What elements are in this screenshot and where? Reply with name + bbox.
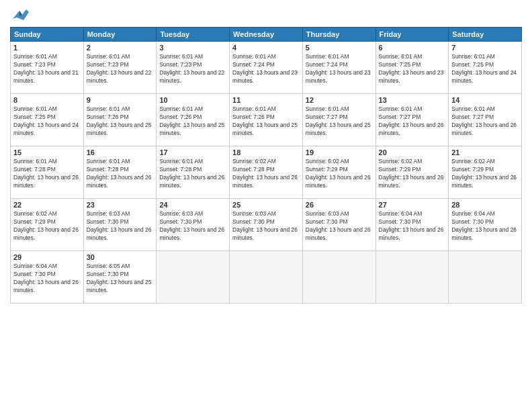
day-number: 26	[306, 201, 373, 209]
day-cell: 14Sunrise: 6:01 AMSunset: 7:27 PMDayligh…	[449, 94, 522, 146]
day-info: Sunrise: 6:01 AMSunset: 7:24 PMDaylight:…	[232, 53, 300, 85]
day-info: Sunrise: 6:04 AMSunset: 7:30 PMDaylight:…	[13, 263, 81, 295]
day-info: Sunrise: 6:02 AMSunset: 7:28 PMDaylight:…	[232, 158, 300, 190]
week-row-4: 22Sunrise: 6:02 AMSunset: 7:29 PMDayligh…	[11, 199, 522, 251]
day-cell	[157, 251, 230, 304]
day-number: 15	[13, 148, 81, 156]
day-info: Sunrise: 6:04 AMSunset: 7:30 PMDaylight:…	[451, 210, 519, 242]
day-cell: 20Sunrise: 6:02 AMSunset: 7:29 PMDayligh…	[375, 146, 449, 199]
logo-icon	[10, 7, 29, 23]
day-info: Sunrise: 6:01 AMSunset: 7:28 PMDaylight:…	[87, 158, 154, 190]
day-cell: 26Sunrise: 6:03 AMSunset: 7:30 PMDayligh…	[302, 199, 375, 251]
day-cell: 3Sunrise: 6:01 AMSunset: 7:23 PMDaylight…	[157, 42, 230, 94]
logo	[10, 7, 32, 23]
day-info: Sunrise: 6:01 AMSunset: 7:27 PMDaylight:…	[379, 105, 446, 138]
week-row-3: 15Sunrise: 6:01 AMSunset: 7:28 PMDayligh…	[11, 146, 522, 199]
col-header-monday: Monday	[83, 28, 157, 42]
week-row-1: 1Sunrise: 6:01 AMSunset: 7:23 PMDaylight…	[11, 42, 522, 94]
day-number: 12	[306, 96, 373, 104]
day-number: 21	[451, 148, 519, 156]
day-cell: 8Sunrise: 6:01 AMSunset: 7:25 PMDaylight…	[11, 94, 84, 146]
day-info: Sunrise: 6:01 AMSunset: 7:23 PMDaylight:…	[13, 53, 81, 85]
day-cell	[302, 251, 375, 304]
day-cell: 15Sunrise: 6:01 AMSunset: 7:28 PMDayligh…	[11, 146, 84, 199]
day-cell: 30Sunrise: 6:05 AMSunset: 7:30 PMDayligh…	[83, 251, 157, 304]
day-info: Sunrise: 6:01 AMSunset: 7:25 PMDaylight:…	[13, 105, 81, 138]
col-header-tuesday: Tuesday	[157, 28, 230, 42]
day-number: 13	[379, 96, 446, 104]
day-number: 29	[13, 253, 81, 261]
day-cell: 12Sunrise: 6:01 AMSunset: 7:27 PMDayligh…	[302, 94, 375, 146]
header	[10, 7, 522, 23]
col-header-sunday: Sunday	[11, 28, 84, 42]
day-cell: 16Sunrise: 6:01 AMSunset: 7:28 PMDayligh…	[83, 146, 157, 199]
day-cell: 25Sunrise: 6:03 AMSunset: 7:30 PMDayligh…	[230, 199, 303, 251]
calendar-table: SundayMondayTuesdayWednesdayThursdayFrid…	[10, 27, 522, 304]
day-number: 3	[159, 44, 226, 52]
day-info: Sunrise: 6:02 AMSunset: 7:29 PMDaylight:…	[379, 158, 446, 190]
day-cell: 11Sunrise: 6:01 AMSunset: 7:26 PMDayligh…	[230, 94, 303, 146]
day-number: 27	[379, 201, 446, 209]
day-info: Sunrise: 6:01 AMSunset: 7:25 PMDaylight:…	[451, 53, 519, 85]
day-cell: 4Sunrise: 6:01 AMSunset: 7:24 PMDaylight…	[230, 42, 303, 94]
day-number: 9	[87, 96, 154, 104]
day-cell: 27Sunrise: 6:04 AMSunset: 7:30 PMDayligh…	[375, 199, 449, 251]
day-info: Sunrise: 6:01 AMSunset: 7:26 PMDaylight:…	[159, 105, 226, 138]
day-number: 5	[306, 44, 373, 52]
day-number: 10	[159, 96, 226, 104]
day-number: 16	[87, 148, 154, 156]
day-number: 28	[451, 201, 519, 209]
day-info: Sunrise: 6:01 AMSunset: 7:24 PMDaylight:…	[306, 53, 373, 85]
week-row-5: 29Sunrise: 6:04 AMSunset: 7:30 PMDayligh…	[11, 251, 522, 304]
col-header-wednesday: Wednesday	[230, 28, 303, 42]
day-number: 14	[451, 96, 519, 104]
page: SundayMondayTuesdayWednesdayThursdayFrid…	[0, 0, 532, 411]
day-number: 4	[232, 44, 300, 52]
day-number: 25	[232, 201, 300, 209]
col-header-thursday: Thursday	[302, 28, 375, 42]
day-cell: 19Sunrise: 6:02 AMSunset: 7:29 PMDayligh…	[302, 146, 375, 199]
day-info: Sunrise: 6:03 AMSunset: 7:30 PMDaylight:…	[159, 210, 226, 242]
day-info: Sunrise: 6:03 AMSunset: 7:30 PMDaylight:…	[87, 210, 154, 242]
day-number: 2	[87, 44, 154, 52]
day-info: Sunrise: 6:04 AMSunset: 7:30 PMDaylight:…	[379, 210, 446, 242]
day-info: Sunrise: 6:01 AMSunset: 7:27 PMDaylight:…	[306, 105, 373, 138]
day-cell	[230, 251, 303, 304]
day-cell: 18Sunrise: 6:02 AMSunset: 7:28 PMDayligh…	[230, 146, 303, 199]
day-info: Sunrise: 6:01 AMSunset: 7:26 PMDaylight:…	[87, 105, 154, 138]
day-number: 7	[451, 44, 519, 52]
day-info: Sunrise: 6:02 AMSunset: 7:29 PMDaylight:…	[13, 210, 81, 242]
day-number: 20	[379, 148, 446, 156]
day-cell	[449, 251, 522, 304]
day-number: 24	[159, 201, 226, 209]
day-number: 18	[232, 148, 300, 156]
day-number: 17	[159, 148, 226, 156]
day-number: 1	[13, 44, 81, 52]
day-info: Sunrise: 6:01 AMSunset: 7:28 PMDaylight:…	[159, 158, 226, 190]
day-cell: 24Sunrise: 6:03 AMSunset: 7:30 PMDayligh…	[157, 199, 230, 251]
day-cell: 10Sunrise: 6:01 AMSunset: 7:26 PMDayligh…	[157, 94, 230, 146]
day-info: Sunrise: 6:02 AMSunset: 7:29 PMDaylight:…	[306, 158, 373, 190]
day-info: Sunrise: 6:01 AMSunset: 7:27 PMDaylight:…	[451, 105, 519, 138]
day-cell: 29Sunrise: 6:04 AMSunset: 7:30 PMDayligh…	[11, 251, 84, 304]
week-row-2: 8Sunrise: 6:01 AMSunset: 7:25 PMDaylight…	[11, 94, 522, 146]
day-number: 22	[13, 201, 81, 209]
day-cell: 21Sunrise: 6:02 AMSunset: 7:29 PMDayligh…	[449, 146, 522, 199]
day-cell: 2Sunrise: 6:01 AMSunset: 7:23 PMDaylight…	[83, 42, 157, 94]
day-cell: 28Sunrise: 6:04 AMSunset: 7:30 PMDayligh…	[449, 199, 522, 251]
day-number: 19	[306, 148, 373, 156]
day-cell: 23Sunrise: 6:03 AMSunset: 7:30 PMDayligh…	[83, 199, 157, 251]
day-info: Sunrise: 6:01 AMSunset: 7:28 PMDaylight:…	[13, 158, 81, 190]
day-info: Sunrise: 6:01 AMSunset: 7:23 PMDaylight:…	[87, 53, 154, 85]
day-number: 23	[87, 201, 154, 209]
calendar-header-row: SundayMondayTuesdayWednesdayThursdayFrid…	[11, 28, 522, 42]
day-cell: 13Sunrise: 6:01 AMSunset: 7:27 PMDayligh…	[375, 94, 449, 146]
day-cell: 22Sunrise: 6:02 AMSunset: 7:29 PMDayligh…	[11, 199, 84, 251]
day-info: Sunrise: 6:05 AMSunset: 7:30 PMDaylight:…	[87, 263, 154, 295]
day-info: Sunrise: 6:01 AMSunset: 7:23 PMDaylight:…	[159, 53, 226, 85]
day-cell: 9Sunrise: 6:01 AMSunset: 7:26 PMDaylight…	[83, 94, 157, 146]
day-info: Sunrise: 6:01 AMSunset: 7:25 PMDaylight:…	[379, 53, 446, 85]
day-cell: 1Sunrise: 6:01 AMSunset: 7:23 PMDaylight…	[11, 42, 84, 94]
day-number: 6	[379, 44, 446, 52]
day-number: 30	[87, 253, 154, 261]
